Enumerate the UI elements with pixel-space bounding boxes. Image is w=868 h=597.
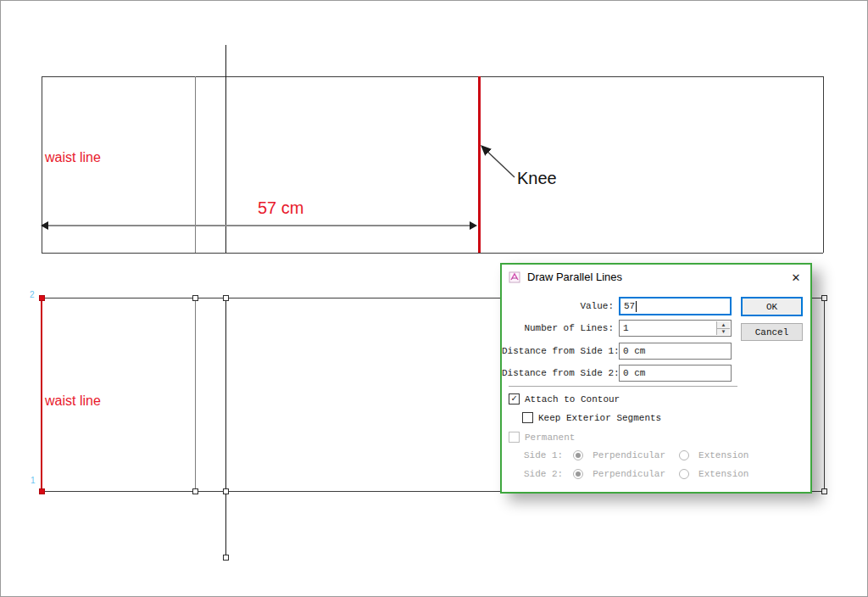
distance-side1-label: Distance from Side 1: xyxy=(502,346,619,356)
distance-side1-text: 0 cm xyxy=(623,346,645,356)
bottom-interior-line-1[interactable] xyxy=(195,298,196,491)
spinner: ▲ ▼ xyxy=(716,321,730,335)
side2-extension-label: Extension xyxy=(698,469,748,479)
node-handle[interactable] xyxy=(223,295,229,301)
distance-side1-input[interactable]: 0 cm xyxy=(619,343,732,360)
top-waist-line-label: waist line xyxy=(45,150,101,165)
dimension-arrow-left-icon xyxy=(41,221,48,230)
draw-parallel-lines-dialog: Draw Parallel Lines ✕ Value: 57 OK Numbe… xyxy=(500,263,812,494)
spinner-up-icon[interactable]: ▲ xyxy=(717,321,730,328)
side1-label: Side 1: xyxy=(524,450,563,460)
node-handle[interactable] xyxy=(223,488,229,494)
spinner-down-icon[interactable]: ▼ xyxy=(717,328,730,336)
distance-side2-input[interactable]: 0 cm xyxy=(619,365,732,382)
checkbox-checked-icon[interactable]: ✓ xyxy=(509,393,520,405)
number-of-lines-input[interactable]: 1 ▲ ▼ xyxy=(619,320,732,337)
node-handle[interactable] xyxy=(821,488,827,494)
value-row: Value: 57 xyxy=(502,297,732,315)
number-of-lines-row: Number of Lines: 1 ▲ ▼ xyxy=(502,320,732,337)
node-handle[interactable] xyxy=(192,295,198,301)
bottom-waist-edge-selected[interactable] xyxy=(41,298,42,491)
value-input[interactable]: 57 xyxy=(619,297,732,315)
side2-perpendicular-label: Perpendicular xyxy=(593,469,665,479)
number-of-lines-text: 1 xyxy=(623,323,629,333)
point-number-2: 2 xyxy=(30,290,35,299)
side2-radio-row: Side 2: Perpendicular Extension xyxy=(524,469,748,479)
side1-perpendicular-label: Perpendicular xyxy=(593,450,665,460)
dialog-titlebar[interactable]: Draw Parallel Lines ✕ xyxy=(502,265,810,289)
checkbox-unchecked-icon[interactable] xyxy=(522,412,533,423)
node-handle[interactable] xyxy=(192,488,198,494)
radio-unselected-icon xyxy=(679,469,689,479)
bottom-waist-line-label: waist line xyxy=(45,393,101,409)
radio-selected-icon xyxy=(573,450,583,460)
close-icon[interactable]: ✕ xyxy=(788,270,804,285)
permanent-row: Permanent xyxy=(509,432,575,443)
dimension-arrow-right-icon xyxy=(470,221,477,230)
dimension-value-label: 57 cm xyxy=(258,198,303,218)
bottom-rect-right-edge[interactable] xyxy=(824,298,825,491)
distance-side1-row: Distance from Side 1: 0 cm xyxy=(502,343,732,360)
separator xyxy=(509,386,737,387)
node-handle[interactable] xyxy=(223,555,229,561)
value-label: Value: xyxy=(502,301,619,311)
value-input-text: 57 xyxy=(624,301,635,311)
cancel-button[interactable]: Cancel xyxy=(741,323,803,341)
pattern-canvas-page: waist line 57 cm Knee xyxy=(0,0,868,597)
side1-radio-row: Side 1: Perpendicular Extension xyxy=(524,450,748,460)
top-rect-right-edge[interactable] xyxy=(823,76,824,253)
distance-side2-row: Distance from Side 2: 0 cm xyxy=(502,365,732,382)
text-caret xyxy=(636,301,637,312)
radio-unselected-icon xyxy=(679,450,689,460)
permanent-label: Permanent xyxy=(525,432,575,443)
attach-to-contour-label: Attach to Contour xyxy=(525,394,620,405)
bottom-interior-line-2[interactable] xyxy=(225,298,226,558)
distance-side2-label: Distance from Side 2: xyxy=(502,368,619,378)
side1-extension-label: Extension xyxy=(698,450,748,460)
endpoint-handle-red-bottom[interactable] xyxy=(39,488,45,494)
radio-selected-icon xyxy=(573,469,583,479)
node-handle[interactable] xyxy=(821,295,827,301)
dialog-icon xyxy=(509,271,520,283)
ok-button[interactable]: OK xyxy=(741,297,803,316)
endpoint-handle-red-top[interactable] xyxy=(39,295,45,301)
side2-label: Side 2: xyxy=(524,469,563,479)
number-of-lines-label: Number of Lines: xyxy=(502,323,619,333)
attach-to-contour-row[interactable]: ✓ Attach to Contour xyxy=(509,393,620,405)
keep-exterior-segments-row[interactable]: Keep Exterior Segments xyxy=(522,412,661,423)
checkbox-disabled-icon xyxy=(509,432,520,443)
knee-annotation-arrow-icon xyxy=(474,138,521,182)
top-interior-line-2[interactable] xyxy=(225,45,226,253)
top-rect-bottom-edge[interactable] xyxy=(42,253,823,254)
dimension-line xyxy=(45,225,474,226)
dialog-title: Draw Parallel Lines xyxy=(527,271,622,283)
top-rect-top-edge[interactable] xyxy=(42,76,823,77)
distance-side2-text: 0 cm xyxy=(623,368,645,378)
knee-label: Knee xyxy=(517,169,557,188)
point-number-1: 1 xyxy=(31,476,36,485)
keep-exterior-segments-label: Keep Exterior Segments xyxy=(538,413,661,423)
